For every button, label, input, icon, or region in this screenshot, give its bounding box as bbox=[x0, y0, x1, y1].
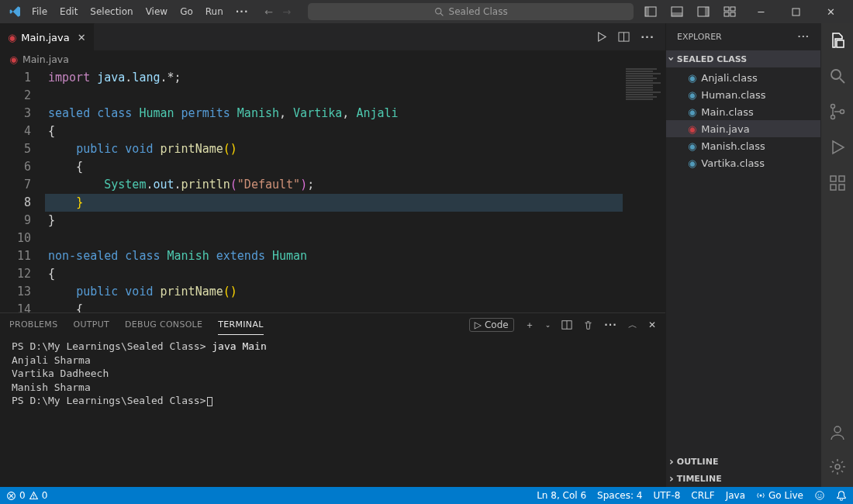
search-placeholder: Sealed Class bbox=[449, 6, 508, 17]
panel-tab-debug-console[interactable]: DEBUG CONSOLE bbox=[125, 315, 202, 335]
menu-go[interactable]: Go bbox=[174, 3, 199, 20]
svg-rect-23 bbox=[831, 185, 836, 190]
svg-point-27 bbox=[835, 464, 840, 469]
code-content[interactable]: import java.lang.*;sealed class Human pe… bbox=[45, 67, 623, 312]
class-file-icon: ◉ bbox=[688, 89, 696, 101]
svg-rect-7 bbox=[705, 7, 709, 16]
files-icon[interactable] bbox=[828, 31, 847, 50]
editor-tab-main-java[interactable]: ◉ Main.java ✕ bbox=[0, 23, 95, 50]
panel-more-icon[interactable]: ··· bbox=[604, 319, 617, 330]
terminal-dropdown-icon[interactable]: ⌄ bbox=[545, 321, 551, 329]
file-label: Main.java bbox=[701, 123, 749, 135]
nav-back-icon[interactable]: ← bbox=[264, 6, 273, 18]
terminal-launcher[interactable]: ▷ Code bbox=[469, 318, 514, 332]
panel-maximize-icon[interactable]: ︿ bbox=[628, 319, 637, 332]
gear-icon[interactable] bbox=[828, 457, 847, 476]
svg-line-1 bbox=[440, 13, 443, 16]
search-icon bbox=[434, 7, 444, 17]
line-number-gutter: 1234567891011121314 bbox=[0, 67, 45, 312]
explorer-more-icon[interactable]: ··· bbox=[797, 32, 810, 42]
account-icon[interactable] bbox=[828, 423, 847, 442]
editor-column: ◉ Main.java ✕ ··· ◉ Main.java 1234567891… bbox=[0, 23, 665, 487]
status-bar: 0 0 Ln 8, Col 6 Spaces: 4 UTF-8 CRLF Jav… bbox=[0, 487, 853, 504]
source-control-icon[interactable] bbox=[828, 102, 847, 121]
folder-name: SEALED CLASS bbox=[677, 54, 747, 64]
svg-point-30 bbox=[33, 497, 33, 498]
file-item-anjali-class[interactable]: ◉Anjali.class bbox=[666, 69, 820, 86]
file-item-manish-class[interactable]: ◉Manish.class bbox=[666, 137, 820, 154]
status-spaces[interactable]: Spaces: 4 bbox=[597, 490, 642, 501]
command-center-search[interactable]: Sealed Class bbox=[308, 3, 634, 20]
run-debug-icon[interactable] bbox=[828, 138, 847, 157]
layout-left-icon[interactable] bbox=[644, 5, 657, 18]
timeline-section-header[interactable]: TIMELINE bbox=[666, 470, 820, 487]
file-label: Main.class bbox=[701, 106, 753, 118]
file-label: Anjali.class bbox=[701, 72, 757, 84]
status-warnings[interactable]: 0 bbox=[29, 490, 48, 501]
split-terminal-icon[interactable] bbox=[561, 319, 572, 330]
new-terminal-icon[interactable]: ＋ bbox=[525, 319, 534, 332]
split-editor-icon[interactable] bbox=[618, 31, 630, 43]
svg-rect-24 bbox=[839, 185, 844, 190]
layout-bottom-icon[interactable] bbox=[671, 5, 683, 18]
panel-close-icon[interactable]: ✕ bbox=[648, 319, 656, 330]
maximize-button[interactable] bbox=[779, 0, 813, 23]
menu-view[interactable]: View bbox=[140, 3, 173, 20]
main-area: ◉ Main.java ✕ ··· ◉ Main.java 1234567891… bbox=[0, 23, 853, 487]
tab-more-icon[interactable]: ··· bbox=[641, 31, 654, 43]
vscode-logo-icon bbox=[9, 5, 22, 18]
file-label: Human.class bbox=[701, 89, 765, 101]
status-encoding[interactable]: UTF-8 bbox=[653, 490, 680, 501]
run-icon[interactable] bbox=[596, 31, 607, 43]
svg-point-19 bbox=[831, 105, 834, 109]
svg-point-34 bbox=[820, 494, 821, 495]
svg-rect-8 bbox=[724, 7, 729, 11]
status-go-live[interactable]: Go Live bbox=[756, 490, 803, 501]
layout-right-icon[interactable] bbox=[697, 5, 710, 18]
file-item-main-class[interactable]: ◉Main.class bbox=[666, 103, 820, 120]
status-language[interactable]: Java bbox=[726, 490, 745, 501]
status-errors[interactable]: 0 bbox=[6, 490, 26, 501]
minimize-button[interactable]: ─ bbox=[744, 0, 779, 23]
breadcrumb[interactable]: ◉ Main.java bbox=[0, 50, 665, 67]
svg-point-33 bbox=[818, 494, 819, 495]
editor-tab-bar: ◉ Main.java ✕ ··· bbox=[0, 23, 665, 50]
svg-rect-12 bbox=[793, 9, 799, 16]
panel-tab-problems[interactable]: PROBLEMS bbox=[9, 315, 57, 335]
outline-section-header[interactable]: OUTLINE bbox=[666, 453, 820, 470]
search-icon[interactable] bbox=[828, 67, 847, 85]
svg-line-18 bbox=[840, 78, 844, 83]
menu-selection[interactable]: Selection bbox=[85, 3, 138, 20]
nav-forward-icon[interactable]: → bbox=[282, 6, 291, 18]
panel-tab-terminal[interactable]: TERMINAL bbox=[218, 315, 263, 335]
layout-custom-icon[interactable] bbox=[723, 5, 736, 18]
status-eol[interactable]: CRLF bbox=[691, 490, 714, 501]
file-item-human-class[interactable]: ◉Human.class bbox=[666, 86, 820, 103]
svg-point-26 bbox=[834, 426, 841, 433]
outline-label: OUTLINE bbox=[677, 457, 719, 467]
class-file-icon: ◉ bbox=[688, 157, 696, 169]
file-item-vartika-class[interactable]: ◉Vartika.class bbox=[666, 154, 820, 171]
panel-tab-output[interactable]: OUTPUT bbox=[73, 315, 109, 335]
minimap[interactable] bbox=[623, 67, 665, 312]
bell-icon[interactable] bbox=[836, 490, 847, 501]
extensions-icon[interactable] bbox=[828, 174, 847, 192]
code-editor[interactable]: 1234567891011121314 import java.lang.*;s… bbox=[0, 67, 665, 312]
close-button[interactable]: ✕ bbox=[813, 0, 848, 23]
trash-icon[interactable] bbox=[583, 320, 593, 330]
menu-edit[interactable]: Edit bbox=[54, 3, 83, 20]
class-file-icon: ◉ bbox=[688, 106, 696, 118]
menu-run[interactable]: Run bbox=[200, 3, 229, 20]
chevron-right-icon bbox=[669, 472, 674, 485]
status-cursor-position[interactable]: Ln 8, Col 6 bbox=[537, 490, 586, 501]
terminal-output[interactable]: PS D:\My Learnings\Sealed Class> java Ma… bbox=[0, 337, 665, 487]
svg-point-31 bbox=[760, 495, 762, 497]
svg-point-21 bbox=[840, 110, 844, 114]
file-item-main-java[interactable]: ◉Main.java bbox=[666, 120, 820, 137]
svg-rect-11 bbox=[730, 12, 735, 16]
tab-close-icon[interactable]: ✕ bbox=[78, 32, 86, 43]
feedback-icon[interactable] bbox=[814, 490, 825, 501]
folder-section-header[interactable]: SEALED CLASS bbox=[666, 50, 820, 67]
menu-file[interactable]: File bbox=[26, 3, 53, 20]
menu-more-icon[interactable]: ··· bbox=[230, 3, 254, 20]
